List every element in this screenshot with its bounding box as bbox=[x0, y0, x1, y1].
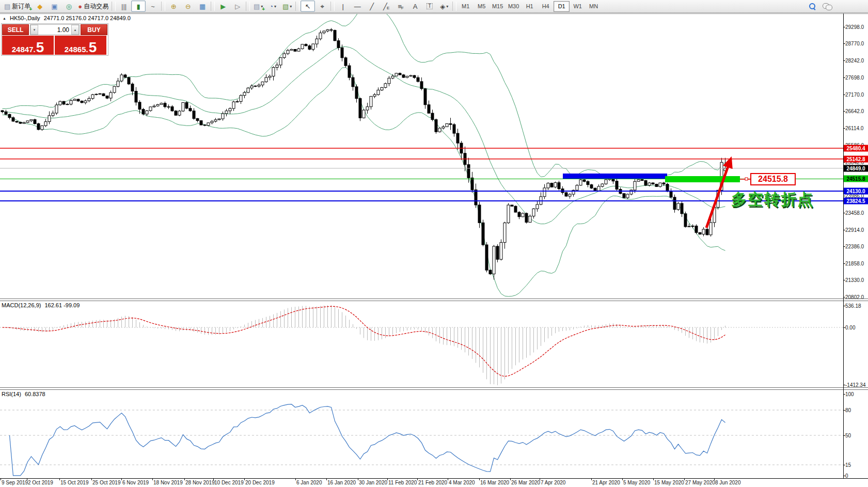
candle-body bbox=[265, 77, 267, 82]
candle-body bbox=[222, 114, 224, 119]
indicators-button[interactable]: ▤+▾ bbox=[251, 1, 265, 12]
dropdown-caret-icon: ▾ bbox=[290, 4, 292, 9]
toolbar-separator bbox=[452, 2, 456, 11]
candle-body bbox=[536, 205, 539, 209]
date-tick-mark bbox=[684, 478, 685, 480]
text-label-button[interactable]: T bbox=[422, 1, 437, 12]
toolbar-separator bbox=[295, 2, 299, 11]
candle-body bbox=[240, 96, 242, 102]
candle-body bbox=[135, 91, 137, 102]
candle-body bbox=[518, 212, 520, 217]
sell-price-block[interactable]: 24847.5 bbox=[2, 36, 54, 55]
macd-separator-line2[interactable] bbox=[0, 301, 868, 301]
date-tick-mark bbox=[448, 478, 448, 480]
search-icon[interactable] bbox=[809, 3, 815, 9]
chart-shift-button[interactable]: ▷ bbox=[230, 1, 245, 12]
date-tick-label: 18 Nov 2019 bbox=[153, 480, 183, 485]
timeframe-button-W1[interactable]: W1 bbox=[570, 1, 586, 12]
price-tag-label: 25142.8 bbox=[844, 156, 868, 163]
date-tick-label: 11 Feb 2020 bbox=[388, 480, 417, 485]
auto-scroll-button[interactable]: ▶ bbox=[216, 1, 230, 12]
trendline-button[interactable]: ╱ bbox=[365, 1, 379, 12]
chat-icon[interactable] bbox=[823, 3, 832, 9]
timeframe-button-H4[interactable]: H4 bbox=[538, 1, 554, 12]
rsi-tick-mark bbox=[843, 410, 845, 411]
date-tick-label: 8 Jun 2020 bbox=[715, 480, 741, 485]
date-tick-mark bbox=[1, 478, 1, 480]
timeframe-button-MN[interactable]: MN bbox=[586, 1, 602, 12]
timeframe-button-M30[interactable]: M30 bbox=[506, 1, 522, 12]
timeframe-button-H1[interactable]: H1 bbox=[522, 1, 538, 12]
fibonacci-button[interactable]: ≡F bbox=[393, 1, 408, 12]
candle-body bbox=[670, 192, 672, 197]
zoom-in-button[interactable]: ⊕ bbox=[166, 1, 181, 12]
collapse-arrow-icon[interactable]: ▲ bbox=[3, 17, 6, 20]
price-callout-label[interactable]: 24515.8 bbox=[750, 173, 796, 185]
candle-body bbox=[709, 223, 712, 235]
periods-button[interactable]: ◔▾ bbox=[265, 1, 280, 12]
chinese-annotation-text[interactable]: 多空转折点 bbox=[731, 189, 814, 210]
vertical-line-button[interactable]: | bbox=[336, 1, 350, 12]
new-order-icon: ▤ bbox=[4, 3, 10, 10]
indicators-icon: ▤ bbox=[254, 3, 260, 10]
candle-body bbox=[616, 181, 618, 190]
volume-down-button[interactable]: ▾ bbox=[30, 25, 38, 35]
macd-separator-line1[interactable] bbox=[0, 299, 868, 299]
volume-up-button[interactable]: ▴ bbox=[71, 25, 79, 35]
candle-body bbox=[482, 223, 484, 245]
candle-body bbox=[475, 190, 477, 205]
timeframe-button-M1[interactable]: M1 bbox=[457, 1, 474, 12]
sell-button[interactable]: SELL bbox=[2, 24, 29, 35]
autotrading-icon: ● bbox=[78, 3, 82, 10]
text-button[interactable]: A bbox=[408, 1, 422, 12]
shapes-button[interactable]: ◈▾ bbox=[437, 1, 451, 12]
templates-button[interactable]: ▧▾ bbox=[280, 1, 294, 12]
horizontal-line-button[interactable]: — bbox=[350, 1, 365, 12]
candle-body bbox=[507, 205, 510, 223]
date-tick-mark bbox=[540, 478, 540, 480]
symbol-header: ▲ HK50-,Daily 24771.0 25176.0 24717.0 24… bbox=[3, 15, 131, 21]
bar-chart-button[interactable]: ||| bbox=[117, 1, 131, 12]
crosshair-button[interactable]: ⌖ bbox=[315, 1, 329, 12]
charts-button[interactable]: ▣ bbox=[47, 1, 61, 12]
candle-body bbox=[19, 122, 22, 123]
date-tick-label: 27 May 2020 bbox=[685, 480, 715, 485]
timeframe-button-M5[interactable]: M5 bbox=[474, 1, 490, 12]
zoom-out-button[interactable]: ⊖ bbox=[181, 1, 195, 12]
candle-body bbox=[250, 86, 253, 88]
candle-body bbox=[276, 65, 278, 68]
candle-body bbox=[344, 58, 347, 66]
buy-price-main: 24865 bbox=[65, 45, 86, 54]
candlesticks-button[interactable]: ▮ bbox=[131, 1, 146, 12]
autotrading-button[interactable]: ●自动交易 bbox=[76, 1, 111, 12]
buy-price-block[interactable]: 24865.5 bbox=[55, 36, 106, 55]
candle-body bbox=[62, 101, 65, 104]
timeframe-button-D1[interactable]: D1 bbox=[554, 1, 570, 12]
signal-button[interactable]: ◎ bbox=[61, 1, 76, 12]
profile-button[interactable]: ◆ bbox=[33, 1, 47, 12]
price-tag-label: 24515.8 bbox=[844, 176, 868, 182]
candle-body bbox=[597, 186, 600, 191]
buy-price-dot: . bbox=[86, 45, 88, 54]
line-chart-button[interactable]: ~ bbox=[146, 1, 160, 12]
green-zone-bar[interactable] bbox=[665, 176, 740, 182]
candle-body bbox=[662, 183, 665, 184]
candle-body bbox=[117, 81, 119, 86]
buy-button[interactable]: BUY bbox=[81, 24, 107, 35]
volume-input[interactable] bbox=[38, 25, 71, 35]
macd-axis-label: -1412.34 bbox=[845, 382, 865, 388]
blue-zone-bar[interactable] bbox=[563, 174, 667, 179]
cursor-button[interactable]: ↖ bbox=[301, 1, 315, 12]
candle-body bbox=[48, 116, 51, 122]
new-order-button[interactable]: ▤+新订单 bbox=[2, 1, 33, 12]
rsi-separator-line2[interactable] bbox=[0, 389, 868, 390]
candle-body bbox=[185, 103, 188, 108]
candle-body bbox=[471, 178, 474, 190]
channel-button[interactable]: ╱E bbox=[379, 1, 393, 12]
rsi-separator-line1[interactable] bbox=[0, 387, 868, 388]
candle-body bbox=[605, 180, 607, 184]
tile-windows-button[interactable]: ▦ bbox=[195, 1, 210, 12]
timeframe-button-M15[interactable]: M15 bbox=[490, 1, 506, 12]
main-price-chart[interactable] bbox=[0, 13, 843, 299]
candle-body bbox=[341, 48, 343, 57]
